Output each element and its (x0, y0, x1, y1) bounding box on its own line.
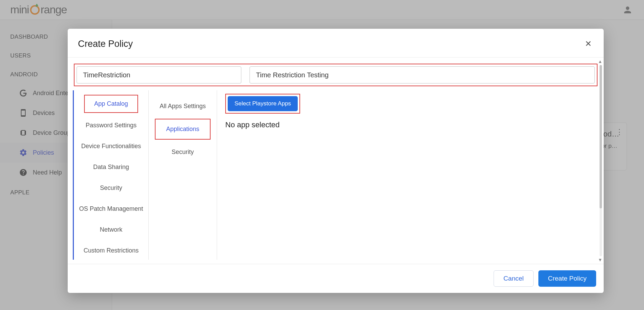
account-icon[interactable] (621, 4, 634, 16)
policy-name-input[interactable] (77, 66, 241, 83)
category-custom-restrictions[interactable]: Custom Restrictions (76, 240, 146, 261)
modal-footer: Cancel Create Policy (68, 264, 604, 293)
device-group-icon (19, 128, 28, 137)
category-security[interactable]: Security (76, 178, 146, 198)
category-password-settings[interactable]: Password Settings (76, 115, 146, 136)
select-playstore-apps-button[interactable]: Select Playstore Apps (228, 96, 298, 111)
sidebar-item-label: Policies (33, 149, 54, 156)
category-network[interactable]: Network (76, 219, 146, 240)
select-apps-highlight-box: Select Playstore Apps (225, 94, 300, 114)
scroll-up-icon[interactable]: ▲ (598, 59, 602, 64)
scroll-down-icon[interactable]: ▼ (598, 257, 602, 262)
category-data-sharing[interactable]: Data Sharing (76, 157, 146, 178)
subcategory-applications[interactable]: Applications (156, 119, 210, 139)
logo-text-pre: mini (10, 3, 29, 16)
more-options-icon[interactable]: ⋮ (616, 128, 623, 137)
app-catalog-highlight-box: App Catalog (84, 95, 138, 113)
app-header: mini range (0, 0, 644, 20)
gear-icon (19, 148, 28, 157)
modal-body: ▲ ▼ App Catalog Password Settings Device… (68, 57, 604, 264)
logo-ring-icon (30, 5, 40, 15)
category-app-catalog[interactable]: App Catalog (85, 95, 137, 112)
google-icon (19, 89, 28, 98)
create-policy-button[interactable]: Create Policy (538, 270, 596, 287)
category-column: App Catalog Password Settings Device Fun… (73, 90, 149, 260)
policy-name-highlight-box (74, 64, 598, 86)
modal-title: Create Policy (78, 39, 133, 49)
close-icon[interactable]: ✕ (583, 37, 593, 50)
subcategory-all-apps-settings[interactable]: All Apps Settings (151, 95, 215, 117)
sidebar-item-label: Devices (33, 109, 55, 117)
sidebar-item-label: Need Help (33, 169, 62, 176)
category-device-functionalities[interactable]: Device Functionalities (76, 136, 146, 157)
subcategory-column: All Apps Settings Applications Security (149, 90, 217, 260)
logo-text-post: range (41, 3, 67, 16)
subcategory-security[interactable]: Security (151, 141, 215, 163)
create-policy-modal: Create Policy ✕ ▲ ▼ App Catalog Password… (68, 29, 604, 293)
applications-highlight-box: Applications (155, 119, 211, 140)
no-app-selected-text: No app selected (225, 120, 590, 129)
apps-column: Select Playstore Apps No app selected (217, 90, 599, 260)
cancel-button[interactable]: Cancel (494, 270, 534, 287)
phone-icon (19, 108, 28, 117)
brand-logo: mini range (10, 3, 67, 16)
category-os-patch-management[interactable]: OS Patch Management (76, 198, 146, 219)
policy-description-input[interactable] (250, 66, 595, 83)
help-icon (19, 168, 28, 177)
scrollbar[interactable] (600, 65, 602, 256)
modal-header: Create Policy ✕ (68, 29, 604, 57)
config-grid: App Catalog Password Settings Device Fun… (73, 90, 599, 260)
